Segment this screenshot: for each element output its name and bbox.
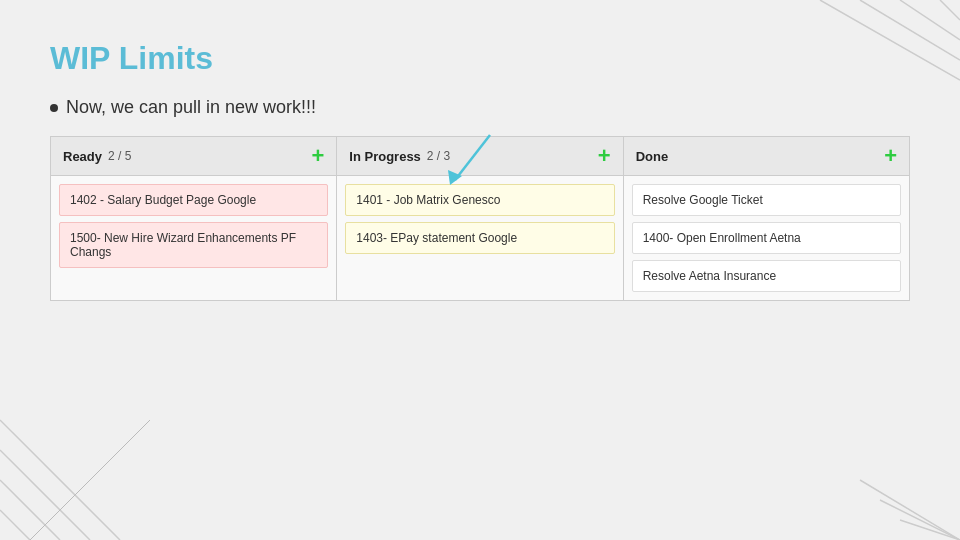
- column-limit-in-progress: 2 / 3: [427, 149, 450, 163]
- card-card-1402[interactable]: 1402 - Salary Budget Page Google: [59, 184, 328, 216]
- bullet-dot: [50, 104, 58, 112]
- kanban-column-in-progress: In Progress2 / 3+1401 - Job Matrix Genes…: [337, 137, 623, 300]
- kanban-board: Ready2 / 5+1402 - Salary Budget Page Goo…: [50, 136, 910, 301]
- column-limit-ready: 2 / 5: [108, 149, 131, 163]
- card-card-resolve-google[interactable]: Resolve Google Ticket: [632, 184, 901, 216]
- bullet-text: Now, we can pull in new work!!!: [66, 97, 316, 118]
- add-card-button-ready[interactable]: +: [311, 145, 324, 167]
- column-header-done: Done+: [624, 137, 909, 176]
- kanban-column-ready: Ready2 / 5+1402 - Salary Budget Page Goo…: [51, 137, 337, 300]
- svg-line-5: [0, 450, 90, 540]
- add-card-button-done[interactable]: +: [884, 145, 897, 167]
- card-card-1401[interactable]: 1401 - Job Matrix Genesco: [345, 184, 614, 216]
- bullet-point: Now, we can pull in new work!!!: [50, 97, 910, 118]
- page-content: WIP Limits Now, we can pull in new work!…: [0, 0, 960, 331]
- column-header-left-done: Done: [636, 149, 669, 164]
- column-cards-ready: 1402 - Salary Budget Page Google1500- Ne…: [51, 176, 336, 296]
- svg-line-8: [30, 420, 150, 540]
- page-title: WIP Limits: [50, 40, 910, 77]
- column-cards-done: Resolve Google Ticket1400- Open Enrollme…: [624, 176, 909, 300]
- column-title-ready: Ready: [63, 149, 102, 164]
- svg-line-4: [0, 420, 120, 540]
- card-card-1403[interactable]: 1403- EPay statement Google: [345, 222, 614, 254]
- column-title-done: Done: [636, 149, 669, 164]
- column-header-ready: Ready2 / 5+: [51, 137, 336, 176]
- column-header-left-ready: Ready2 / 5: [63, 149, 131, 164]
- column-cards-in-progress: 1401 - Job Matrix Genesco1403- EPay stat…: [337, 176, 622, 296]
- card-card-1500[interactable]: 1500- New Hire Wizard Enhancements PF Ch…: [59, 222, 328, 268]
- kanban-column-done: Done+Resolve Google Ticket1400- Open Enr…: [624, 137, 909, 300]
- svg-line-7: [0, 510, 30, 540]
- svg-line-6: [0, 480, 60, 540]
- column-header-in-progress: In Progress2 / 3+: [337, 137, 622, 176]
- column-title-in-progress: In Progress: [349, 149, 421, 164]
- svg-line-11: [900, 520, 960, 540]
- add-card-button-in-progress[interactable]: +: [598, 145, 611, 167]
- svg-line-9: [860, 480, 960, 540]
- card-card-resolve-aetna[interactable]: Resolve Aetna Insurance: [632, 260, 901, 292]
- svg-line-10: [880, 500, 960, 540]
- column-header-left-in-progress: In Progress2 / 3: [349, 149, 450, 164]
- card-card-1400[interactable]: 1400- Open Enrollment Aetna: [632, 222, 901, 254]
